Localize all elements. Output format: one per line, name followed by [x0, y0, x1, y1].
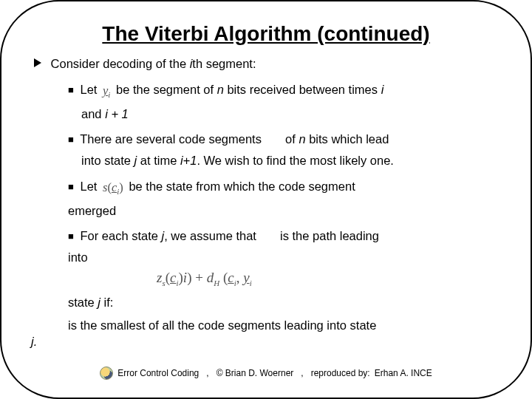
footer-sep: ,	[206, 368, 208, 378]
lead-line: Consider decoding of the ith segment:	[34, 56, 498, 72]
footer-b: © Brian D. Woerner	[216, 368, 294, 378]
bullet-1: ■ Let yi be the segment of n bits receiv…	[68, 82, 498, 122]
b3-pre: Let	[80, 180, 100, 193]
b2-at: at time	[137, 154, 180, 167]
square-bullet-icon: ■	[68, 181, 74, 192]
b1-n: n	[217, 83, 224, 96]
b1-cont: and i + 1	[81, 106, 498, 122]
b2-post: bits which lead	[306, 132, 389, 146]
statej-post: if:	[100, 296, 113, 309]
slide-title: The Viterbi Algorithm (continued)	[34, 22, 498, 46]
b1-symbol: yi	[100, 83, 112, 100]
square-bullet-icon: ■	[68, 231, 74, 242]
square-bullet-icon: ■	[68, 84, 74, 95]
bullet-3: ■ Let s(ci) be the state from which the …	[68, 179, 498, 219]
b2-ip1: i+1	[180, 154, 197, 167]
last-pre: is the smallest of all the code segments…	[68, 318, 376, 332]
equation: zs(ci)i) + dH (ci, yi	[157, 269, 498, 289]
b4-mid: , we assume that	[164, 229, 259, 242]
last-line: is the smallest of all the code segments…	[68, 318, 498, 333]
b4-into: into	[68, 250, 498, 265]
bullet-list: ■ Let yi be the segment of n bits receiv…	[68, 82, 498, 333]
b1-cont-pre: and	[81, 107, 105, 120]
b1-i: i	[381, 83, 384, 96]
b2-n: n	[299, 132, 305, 146]
footer-c-name: Erhan A. INCE	[375, 368, 432, 378]
b3-symbol: s(ci)	[100, 180, 126, 197]
footer-a: Error Control Coding	[117, 368, 199, 378]
footer-c-pre: reproduced by:	[311, 368, 370, 378]
slide-body: Consider decoding of the ith segment: ■ …	[34, 56, 498, 349]
slide-frame: The Viterbi Algorithm (continued) Consid…	[0, 0, 532, 399]
b2-mid: of	[285, 132, 299, 146]
bullet-2: ■ There are several code segments of n b…	[68, 132, 498, 168]
footer: Error Control Coding , © Brian D. Woerne…	[1, 366, 531, 380]
b2-pre: There are several code segments	[80, 132, 262, 146]
b2-rest: . We wish to find the most likely one.	[197, 154, 394, 167]
globe-icon	[100, 366, 113, 380]
lead-pre: Consider decoding of the	[51, 57, 190, 70]
b3-mid: be the state from which the code segment	[129, 180, 355, 193]
triangle-bullet-icon	[34, 58, 41, 67]
b4-post: is the path leading	[280, 229, 379, 242]
square-bullet-icon: ■	[68, 134, 74, 145]
b4-pre: For each state	[80, 229, 161, 242]
trailing-j: j.	[31, 334, 498, 349]
statej-pre: state	[68, 296, 98, 309]
b1-pre: Let	[80, 83, 100, 96]
state-j-line: state j if:	[68, 295, 498, 310]
b2-cont: into state j at time i+1. We wish to fin…	[81, 153, 498, 168]
lead-post: th segment:	[192, 57, 256, 70]
bullet-4: ■ For each state j, we assume that is th…	[68, 228, 498, 265]
b2-cont-pre: into state	[81, 154, 134, 167]
b1-post: bits received between times	[224, 83, 381, 96]
b1-cont-expr: i + 1	[105, 107, 129, 120]
footer-sep: ,	[301, 368, 303, 378]
b3-emerged: emerged	[68, 203, 498, 219]
b1-mid: be the segment of	[116, 83, 217, 96]
